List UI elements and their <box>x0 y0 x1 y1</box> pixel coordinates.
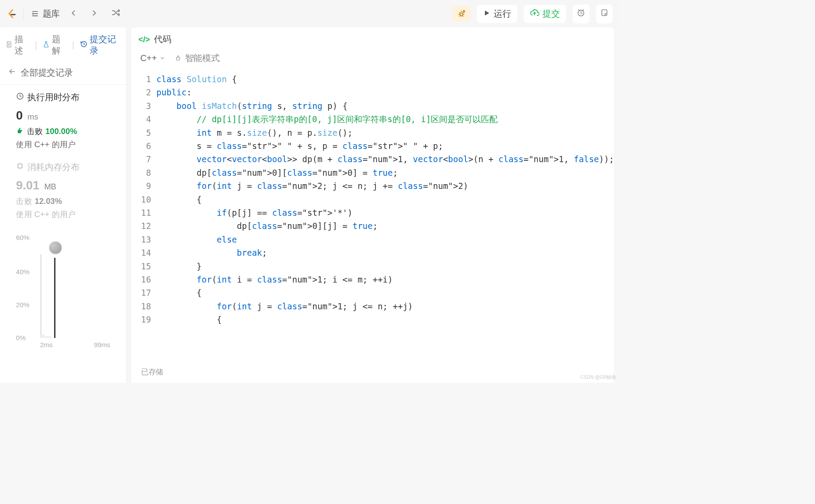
runtime-chart: 60% 40% 20% 0% 2ms 99ms <box>0 231 126 352</box>
xtick-right: 99ms <box>94 341 110 348</box>
code-content[interactable]: class Solution {public: bool isMatch(str… <box>156 73 614 361</box>
svg-rect-3 <box>602 10 607 15</box>
line-gutter: 12345678910111213141516171819 <box>131 73 156 361</box>
notes-button[interactable] <box>596 4 613 23</box>
run-label: 运行 <box>494 8 511 20</box>
ytick: 40% <box>16 268 29 276</box>
toolbar-divider <box>23 8 24 19</box>
shuffle-button[interactable] <box>108 7 124 21</box>
save-status: 已存储 <box>141 368 163 376</box>
submission-back-row[interactable]: 全部提交记录 <box>0 63 126 85</box>
language-select[interactable]: C++ <box>140 53 165 64</box>
left-panel: 描述 | 题解 | 提交记录 <box>0 27 126 383</box>
tab-solution[interactable]: 题解 <box>43 33 67 57</box>
code-editor[interactable]: 12345678910111213141516171819 class Solu… <box>131 72 614 361</box>
memory-beat-pct: 12.03% <box>35 196 62 206</box>
ytick: 0% <box>16 334 25 341</box>
submit-button[interactable]: 提交 <box>524 4 566 23</box>
code-icon: </> <box>138 35 150 44</box>
memory-unit: MB <box>44 182 56 191</box>
watermark: CSDN @GR鲸鱼 <box>580 374 616 381</box>
tab-divider: | <box>72 40 74 51</box>
code-panel: </> 代码 C++ 智能模式 12345678910111 <box>131 27 614 383</box>
top-toolbar: 题库 运行 <box>0 0 619 27</box>
run-button[interactable]: 运行 <box>477 4 517 23</box>
runtime-beat-prefix: 击败 <box>27 126 43 137</box>
tab-history[interactable]: 提交记录 <box>80 33 120 57</box>
note-icon <box>600 8 609 19</box>
runtime-value: 0 <box>16 109 22 122</box>
runtime-block: 执行用时分布 0 ms 击败 100.00% 使用 C++ 的用户 <box>16 91 110 150</box>
chart-bar <box>47 336 49 338</box>
svg-rect-5 <box>18 164 22 168</box>
code-header-label: 代码 <box>154 33 171 45</box>
next-problem-button[interactable] <box>87 7 101 20</box>
editor-mode[interactable]: 智能模式 <box>175 52 220 64</box>
tab-history-label: 提交记录 <box>90 33 120 57</box>
submit-label: 提交 <box>542 8 560 20</box>
back-arrow-icon <box>8 68 16 78</box>
memory-block: 消耗内存分布 9.01 MB 击败 12.03% 使用 C++ 的用户 <box>16 161 110 220</box>
back-label: 全部提交记录 <box>21 67 73 79</box>
play-icon <box>483 8 491 19</box>
runtime-title: 执行用时分布 <box>27 91 80 103</box>
svg-rect-6 <box>177 58 180 60</box>
chart-bar <box>40 254 42 338</box>
lock-icon <box>175 53 182 64</box>
list-icon <box>30 9 40 18</box>
tab-divider: | <box>35 40 37 51</box>
flask-icon <box>43 40 50 51</box>
tab-description-label: 描述 <box>15 33 29 57</box>
chart-bar <box>50 336 51 338</box>
timer-button[interactable] <box>573 4 589 23</box>
debug-button[interactable] <box>452 6 470 22</box>
ytick: 60% <box>16 234 29 241</box>
cloud-upload-icon <box>530 8 539 20</box>
tab-description[interactable]: 描述 <box>5 33 29 57</box>
clock-icon <box>577 8 586 19</box>
clap-icon <box>16 126 24 136</box>
problemset-button[interactable]: 题库 <box>30 8 60 20</box>
memory-beat-suffix: 使用 C++ 的用户 <box>16 209 76 220</box>
problemset-label: 题库 <box>43 8 60 20</box>
leetcode-logo-icon[interactable] <box>7 9 17 19</box>
runtime-beat-suffix: 使用 C++ 的用户 <box>16 139 76 150</box>
svg-rect-1 <box>463 11 465 12</box>
runtime-unit: ms <box>28 112 38 121</box>
prev-problem-button[interactable] <box>66 7 80 20</box>
history-icon <box>80 40 87 51</box>
clock-outline-icon <box>16 92 24 103</box>
svg-point-0 <box>460 13 463 16</box>
chip-icon <box>16 162 24 173</box>
chart-bar <box>43 335 44 338</box>
memory-value: 9.01 <box>16 178 39 192</box>
chart-bar <box>45 336 47 338</box>
memory-beat-prefix: 击败 <box>16 196 32 206</box>
xtick-left: 2ms <box>40 341 53 348</box>
language-label: C++ <box>140 53 156 64</box>
mode-label: 智能模式 <box>185 52 220 64</box>
ytick: 20% <box>16 301 29 308</box>
memory-title: 消耗内存分布 <box>27 161 80 173</box>
runtime-beat-pct: 100.00% <box>45 127 77 136</box>
tab-solution-label: 题解 <box>52 33 67 57</box>
chart-bars <box>40 238 110 338</box>
submission-tabs: 描述 | 题解 | 提交记录 <box>0 27 126 63</box>
doc-icon <box>5 40 13 51</box>
chevron-down-icon <box>160 53 166 64</box>
